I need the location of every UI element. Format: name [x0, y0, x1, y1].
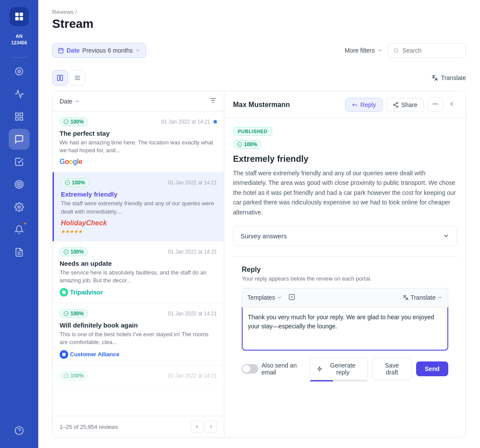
- detail-review-text: The staff were extremely friendly and an…: [233, 168, 457, 217]
- svg-point-6: [23, 93, 24, 94]
- reply-toolbar-left: Templates: [247, 292, 298, 304]
- list-item[interactable]: 100% 01 Jan 2022 at 14:21 Extremely frie…: [53, 172, 224, 241]
- reply-bottom: Also send an email Generate reply Save d…: [242, 358, 448, 380]
- svg-point-35: [396, 102, 398, 104]
- reply-section-subtitle: Your reply appears below the review on e…: [242, 275, 448, 282]
- svg-point-40: [433, 104, 434, 104]
- list-item[interactable]: 100% 01 Jan 2022 at 14:21: [53, 365, 224, 390]
- templates-button[interactable]: Templates: [247, 294, 282, 301]
- sidebar-item-tasks[interactable]: [9, 151, 30, 172]
- view-split-button[interactable]: [52, 70, 68, 86]
- published-badge: PUBLISHED: [233, 127, 272, 136]
- svg-rect-26: [60, 75, 63, 80]
- filter-right: More filters: [345, 43, 466, 58]
- svg-point-5: [18, 70, 20, 73]
- sidebar-item-goals[interactable]: [9, 174, 30, 195]
- sidebar-item-help[interactable]: [9, 420, 30, 441]
- pagination-controls: [191, 421, 217, 433]
- share-button[interactable]: Share: [386, 98, 424, 112]
- sidebar-item-reports[interactable]: [9, 242, 30, 263]
- sidebar-item-gallery[interactable]: [9, 106, 30, 127]
- sidebar-item-notifications[interactable]: [9, 219, 30, 240]
- filter-sort-button[interactable]: [209, 97, 217, 106]
- detail-header: Max Mustermann Reply Share: [224, 91, 466, 118]
- google-logo: Google: [60, 158, 217, 166]
- svg-point-4: [16, 68, 23, 75]
- detail-body: PUBLISHED 100% Extremely friendly The st…: [224, 118, 466, 437]
- customer-alliance-logo: Customer Alliance: [60, 350, 217, 359]
- more-options-button[interactable]: [427, 97, 443, 112]
- detail-score: 100%: [233, 140, 457, 149]
- reply-textarea[interactable]: [242, 307, 448, 351]
- svg-point-14: [18, 206, 20, 208]
- detail-review-title: Extremely friendly: [233, 154, 457, 164]
- translate-button[interactable]: Translate: [431, 74, 466, 81]
- list-item[interactable]: 100% 01 Jan 2022 at 14:21 The perfect st…: [53, 111, 224, 172]
- generate-reply-button[interactable]: Generate reply: [310, 358, 368, 380]
- svg-rect-8: [20, 113, 23, 116]
- svg-point-33: [62, 291, 66, 294]
- sort-button[interactable]: Date: [60, 98, 80, 105]
- app-logo[interactable]: [10, 7, 29, 26]
- score-badge: 100%: [60, 309, 88, 318]
- more-filters-button[interactable]: More filters: [345, 47, 383, 54]
- survey-header[interactable]: Survey answers: [233, 226, 457, 246]
- search-icon: [393, 47, 399, 53]
- svg-rect-7: [16, 113, 18, 116]
- sidebar-bottom: [9, 420, 30, 441]
- view-toggles: [52, 70, 85, 86]
- main-content: Reviews / Stream Date Previous 6 months …: [38, 0, 480, 448]
- holidaycheck-logo: HolidayCheck ★★★★★: [61, 219, 217, 235]
- svg-rect-10: [20, 117, 23, 120]
- pagination-info: 1–25 of 25,954 reviews: [60, 424, 118, 430]
- svg-point-34: [62, 353, 66, 356]
- sidebar-item-analytics[interactable]: [9, 84, 30, 104]
- list-item[interactable]: 100% 01 Jan 2022 at 14:21 Needs an updat…: [53, 241, 224, 303]
- svg-point-12: [17, 182, 22, 187]
- next-page-button[interactable]: [205, 421, 217, 433]
- sidebar-item-settings[interactable]: [9, 197, 30, 217]
- svg-line-38: [395, 105, 397, 106]
- author-name: Max Mustermann: [233, 101, 290, 109]
- svg-point-13: [18, 184, 20, 185]
- toolbar-translate-button[interactable]: Translate: [403, 294, 443, 301]
- detail-score-badge: 100%: [233, 140, 261, 149]
- send-button[interactable]: Send: [416, 361, 448, 376]
- reply-button[interactable]: Reply: [345, 98, 383, 112]
- sidebar-item-messages[interactable]: [9, 129, 30, 150]
- user-info: AN 123456: [11, 33, 27, 47]
- sidebar-divider: [10, 57, 28, 57]
- collapse-button[interactable]: [447, 99, 457, 110]
- prev-page-button[interactable]: [191, 421, 203, 433]
- save-draft-button[interactable]: Save draft: [372, 358, 412, 380]
- insert-button[interactable]: [286, 292, 298, 304]
- list-item[interactable]: 100% 01 Jan 2022 at 14:21 Will definitel…: [53, 303, 224, 365]
- score-badge: 100%: [60, 117, 88, 126]
- date-filter-label: Date: [67, 47, 80, 54]
- filter-bar: Date Previous 6 months More filters: [52, 38, 466, 63]
- reply-actions: Generate reply Save draft Send: [310, 358, 448, 380]
- reply-toolbar: Templates Translate: [242, 288, 448, 307]
- reviews-list: Date 100%: [53, 91, 224, 437]
- breadcrumb: Reviews /: [52, 9, 466, 15]
- svg-point-37: [396, 106, 398, 107]
- detail-actions: Reply Share: [345, 97, 457, 112]
- reply-section-title: Reply: [242, 266, 448, 274]
- review-detail: Max Mustermann Reply Share: [224, 91, 466, 437]
- date-filter-button[interactable]: Date Previous 6 months: [52, 43, 146, 58]
- list-footer: 1–25 of 25,954 reviews: [53, 416, 224, 437]
- svg-line-24: [397, 51, 398, 52]
- svg-rect-0: [15, 13, 19, 16]
- list-header: Date: [53, 91, 224, 111]
- date-filter-value: Previous 6 months: [82, 47, 133, 54]
- search-input[interactable]: [402, 47, 460, 54]
- email-toggle-switch[interactable]: [242, 364, 258, 374]
- sidebar-item-dashboard[interactable]: [9, 61, 30, 82]
- content-area: Date Previous 6 months More filters: [38, 38, 480, 448]
- svg-rect-25: [57, 75, 60, 80]
- svg-point-41: [435, 104, 436, 104]
- tripadvisor-logo: Tripadvisor: [60, 288, 217, 297]
- score-badge: 100%: [60, 247, 88, 256]
- score-badge: 100%: [61, 178, 89, 187]
- view-list-button[interactable]: [70, 70, 85, 86]
